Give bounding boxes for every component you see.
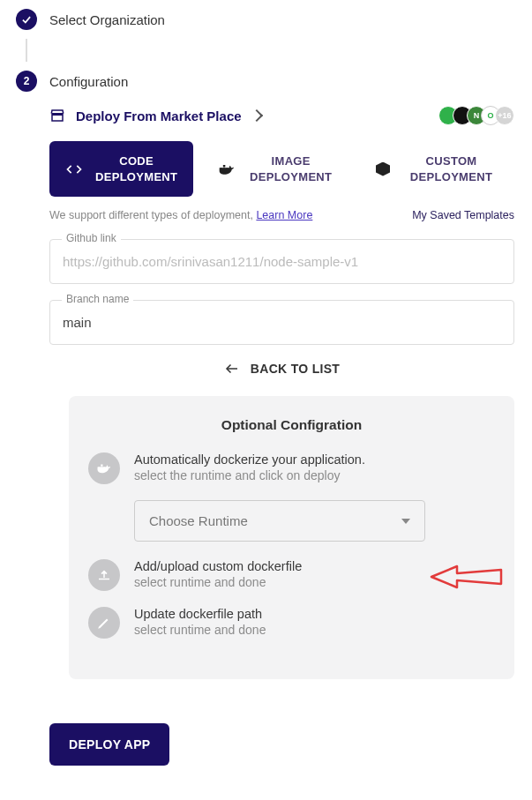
hexagon-icon	[374, 161, 392, 178]
github-label: Github link	[62, 232, 121, 244]
tab-image-label: IMAGE DEPLOYMENT	[248, 153, 333, 184]
support-text: We support different types of deployment…	[49, 209, 312, 221]
deploy-app-button[interactable]: DEPLOY APP	[49, 723, 169, 766]
panel-title: Optional Configration	[88, 417, 495, 433]
opt3-sub: select runtime and done	[134, 623, 266, 637]
saved-templates-link[interactable]: My Saved Templates	[412, 209, 514, 221]
opt-update-path[interactable]: Update dockerfile path select runtime an…	[88, 607, 495, 639]
github-field: Github link	[49, 239, 514, 284]
store-icon	[49, 108, 65, 123]
docker-icon	[88, 452, 120, 484]
runtime-placeholder: Choose Runtime	[149, 513, 248, 528]
branch-input[interactable]	[49, 300, 514, 345]
deploy-from-link[interactable]: Deploy From Market Place	[49, 108, 261, 123]
opt3-title: Update dockerfile path	[134, 607, 266, 621]
optional-config-panel: Optional Configration Automatically dock…	[69, 396, 514, 679]
branch-label: Branch name	[62, 293, 133, 305]
step2-label: Configuration	[49, 74, 128, 89]
opt2-sub: select runtime and done	[134, 575, 302, 589]
branch-field: Branch name	[49, 300, 514, 345]
tab-code-label: CODE DEPLOYMENT	[95, 153, 177, 184]
back-label: BACK TO LIST	[251, 362, 340, 376]
github-input[interactable]	[49, 239, 514, 284]
opt1-sub: select the runtime and click on deploy	[134, 468, 365, 482]
runtime-select[interactable]: Choose Runtime	[134, 500, 425, 542]
annotation-arrow-icon	[426, 561, 506, 593]
tab-custom-deployment[interactable]: CUSTOM DEPLOYMENT	[358, 141, 514, 197]
step2-number: 2	[16, 71, 37, 92]
arrow-left-icon	[224, 361, 240, 377]
check-icon	[16, 9, 37, 30]
docker-icon	[218, 161, 236, 178]
back-to-list[interactable]: BACK TO LIST	[49, 361, 514, 377]
step-select-organization[interactable]: Select Organization	[0, 0, 532, 39]
learn-more-link[interactable]: Learn More	[256, 209, 312, 221]
step-configuration: 2 Configuration	[0, 62, 532, 101]
pencil-icon	[88, 607, 120, 639]
step1-label: Select Organization	[49, 12, 165, 27]
badge-count: +16	[495, 106, 514, 125]
svg-rect-3	[223, 165, 226, 168]
opt-auto-dockerize[interactable]: Automatically dockerize your application…	[88, 452, 495, 484]
tech-badges: N O +16	[444, 106, 514, 125]
tab-image-deployment[interactable]: IMAGE DEPLOYMENT	[202, 141, 349, 197]
deploy-from-label: Deploy From Market Place	[76, 108, 242, 123]
opt1-title: Automatically dockerize your application…	[134, 452, 365, 467]
chevron-down-icon	[401, 519, 410, 524]
chevron-right-icon	[251, 109, 263, 122]
step-connector	[26, 39, 27, 62]
tab-custom-label: CUSTOM DEPLOYMENT	[404, 153, 498, 184]
upload-icon	[88, 559, 120, 591]
opt2-title: Add/upload custom dockerfile	[134, 559, 302, 573]
tab-code-deployment[interactable]: CODE DEPLOYMENT	[49, 141, 193, 197]
svg-rect-8	[101, 465, 102, 467]
code-icon	[65, 161, 83, 178]
